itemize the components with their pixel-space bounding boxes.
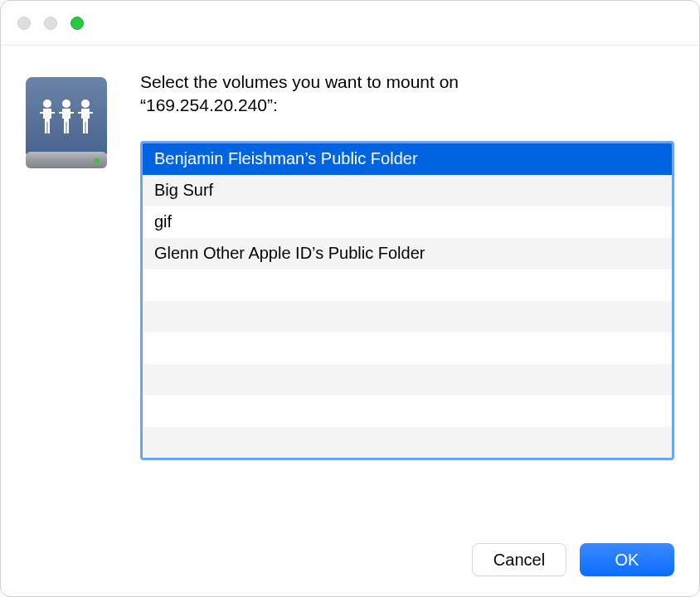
volume-list[interactable]: Benjamin Fleishman’s Public FolderBig Su…	[143, 143, 672, 458]
empty-row	[143, 364, 672, 396]
zoom-button[interactable]	[70, 17, 84, 30]
people-icon	[36, 97, 97, 137]
svg-rect-5	[78, 112, 93, 114]
prompt-text: Select the volumes you want to mount on …	[140, 70, 674, 118]
titlebar	[1, 1, 699, 46]
svg-point-2	[81, 100, 90, 108]
icon-column	[26, 70, 117, 460]
cancel-button[interactable]: Cancel	[472, 543, 566, 576]
volume-row[interactable]: Glenn Other Apple ID’s Public Folder	[143, 238, 672, 269]
empty-row	[143, 332, 672, 364]
volume-row[interactable]: Benjamin Fleishman’s Public Folder	[143, 143, 672, 175]
prompt-line1: Select the volumes you want to mount on	[140, 72, 459, 91]
dialog-window: Select the volumes you want to mount on …	[0, 0, 700, 597]
empty-row	[143, 427, 672, 458]
close-button[interactable]	[17, 17, 31, 30]
empty-row	[143, 396, 672, 427]
svg-point-0	[43, 100, 51, 108]
button-row: Cancel OK	[472, 543, 674, 576]
network-server-icon	[26, 77, 107, 168]
dialog-content: Select the volumes you want to mount on …	[1, 46, 699, 477]
svg-rect-4	[59, 112, 74, 114]
ok-button[interactable]: OK	[580, 543, 674, 576]
main-column: Select the volumes you want to mount on …	[140, 70, 674, 460]
empty-row	[143, 301, 672, 332]
empty-row	[143, 269, 672, 301]
volume-list-container: Benjamin Fleishman’s Public FolderBig Su…	[140, 141, 674, 460]
volume-row[interactable]: Big Surf	[143, 175, 672, 206]
svg-point-1	[62, 100, 70, 108]
svg-rect-3	[40, 112, 55, 114]
minimize-button[interactable]	[44, 17, 57, 30]
prompt-line2: “169.254.20.240”:	[140, 95, 278, 114]
volume-row[interactable]: gif	[143, 206, 672, 238]
